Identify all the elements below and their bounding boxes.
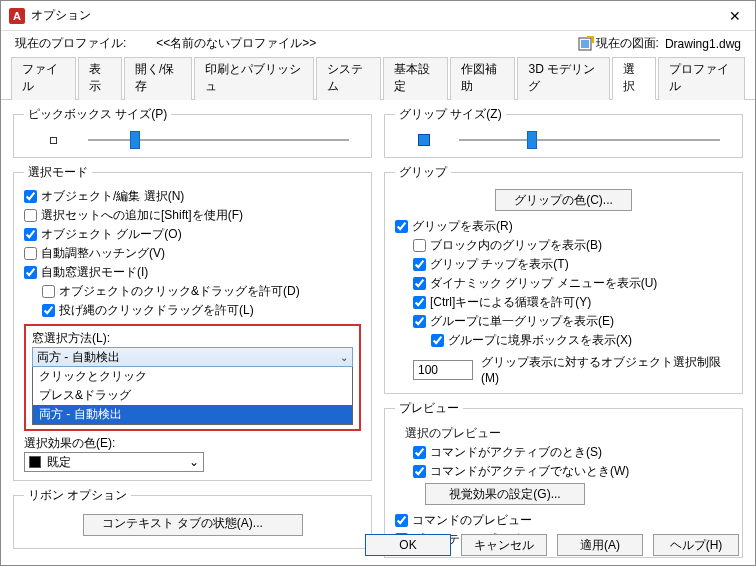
grip-legend: グリップ (395, 164, 451, 181)
window-method-label: 窓選択方法(L): (32, 330, 353, 347)
chk-show-grip[interactable]: グリップを表示(R) (395, 217, 732, 236)
profile-header: 現在のプロファイル: <<名前のないプロファイル>> 現在の図面: Drawin… (1, 31, 755, 54)
dialog-footer: OK キャンセル 適用(A) ヘルプ(H) (1, 525, 755, 565)
tab-display[interactable]: 表示 (78, 57, 122, 100)
chk-cmd-inactive[interactable]: コマンドがアクティブでないとき(W) (395, 462, 732, 481)
titlebar: A オプション ✕ (1, 1, 755, 31)
tab-file[interactable]: ファイル (11, 57, 76, 100)
pickbox-size-legend: ピックボックス サイズ(P) (24, 106, 171, 123)
chk-shift-add[interactable]: 選択セットへの追加に[Shift]を使用(F) (24, 206, 361, 225)
grip-color-button[interactable]: グリップの色(C)... (495, 189, 632, 211)
close-icon[interactable]: ✕ (723, 8, 747, 24)
grip-size-legend: グリップ サイズ(Z) (395, 106, 506, 123)
effect-color-value: 既定 (47, 454, 71, 471)
pickbox-slider[interactable] (88, 139, 349, 141)
grip-limit-label: グリップ表示に対するオブジェクト選択制限(M) (481, 354, 732, 385)
chk-single-group[interactable]: グループに単一グリップを表示(E) (395, 312, 732, 331)
pickbox-size-group: ピックボックス サイズ(P) (13, 106, 372, 158)
selection-preview-label: 選択のプレビュー (395, 423, 732, 443)
effect-color-label: 選択効果の色(E): (24, 435, 361, 452)
effect-color-combo[interactable]: 既定 ⌄ (24, 452, 204, 472)
tab-profiles[interactable]: プロファイル (658, 57, 745, 100)
right-column: グリップ サイズ(Z) グリップ グリップの色(C)... グリップを表示(R)… (384, 106, 743, 534)
effect-color-swatch (29, 456, 41, 468)
grip-slider[interactable] (459, 139, 720, 141)
drawing-icon (578, 36, 596, 52)
current-profile-label: 現在のプロファイル: (15, 35, 126, 52)
tab-3d[interactable]: 3D モデリング (517, 57, 610, 100)
chevron-down-icon: ⌄ (189, 455, 199, 469)
pickbox-preview (32, 137, 74, 144)
cancel-button[interactable]: キャンセル (461, 534, 547, 556)
window-method-combo[interactable]: 両方 - 自動検出 ⌄ (32, 347, 353, 367)
window-method-value: 両方 - 自動検出 (37, 349, 120, 366)
chk-auto-window[interactable]: 自動窓選択モード(I) (24, 263, 361, 282)
window-method-opt-press[interactable]: プレス&ドラッグ (33, 386, 352, 405)
ok-button[interactable]: OK (365, 534, 451, 556)
app-icon: A (9, 8, 25, 24)
tab-plot[interactable]: 印刷とパブリッシュ (194, 57, 313, 100)
tab-system[interactable]: システム (316, 57, 381, 100)
chk-obj-group[interactable]: オブジェクト グループ(O) (24, 225, 361, 244)
svg-rect-1 (581, 40, 589, 48)
apply-button[interactable]: 適用(A) (557, 534, 643, 556)
selection-mode-group: 選択モード オブジェクト/編集 選択(N) 選択セットへの追加に[Shift]を… (13, 164, 372, 481)
selection-mode-legend: 選択モード (24, 164, 92, 181)
chk-dyn-menu[interactable]: ダイナミック グリップ メニューを表示(U) (395, 274, 732, 293)
tab-drafting[interactable]: 作図補助 (450, 57, 515, 100)
left-column: ピックボックス サイズ(P) 選択モード オブジェクト/編集 選択(N) 選択セ… (13, 106, 372, 534)
window-method-opt-both[interactable]: 両方 - 自動検出 (33, 405, 352, 424)
tab-open-save[interactable]: 開く/保存 (124, 57, 192, 100)
chk-grip-in-block[interactable]: ブロック内のグリップを表示(B) (395, 236, 732, 255)
ribbon-options-legend: リボン オプション (24, 487, 131, 504)
chk-obj-edit[interactable]: オブジェクト/編集 選択(N) (24, 187, 361, 206)
chk-click-drag[interactable]: オブジェクトのクリック&ドラッグを許可(D) (24, 282, 361, 301)
tabs: ファイル 表示 開く/保存 印刷とパブリッシュ システム 基本設定 作図補助 3… (1, 56, 755, 100)
window-method-opt-click[interactable]: クリックとクリック (33, 367, 352, 386)
window-method-dropdown: クリックとクリック プレス&ドラッグ 両方 - 自動検出 (32, 367, 353, 425)
chk-grip-tip[interactable]: グリップ チップを表示(T) (395, 255, 732, 274)
chk-auto-hatch[interactable]: 自動調整ハッチング(V) (24, 244, 361, 263)
chk-cmd-active[interactable]: コマンドがアクティブのとき(S) (395, 443, 732, 462)
window-method-highlight: 窓選択方法(L): 両方 - 自動検出 ⌄ クリックとクリック プレス&ドラッグ… (24, 324, 361, 431)
grip-limit-input[interactable] (413, 360, 473, 380)
chevron-down-icon: ⌄ (340, 352, 348, 363)
chk-lasso-drag[interactable]: 投げ縄のクリックドラッグを許可(L) (24, 301, 361, 320)
help-button[interactable]: ヘルプ(H) (653, 534, 739, 556)
grip-size-group: グリップ サイズ(Z) (384, 106, 743, 158)
grip-group: グリップ グリップの色(C)... グリップを表示(R) ブロック内のグリップを… (384, 164, 743, 394)
visual-effect-settings-button[interactable]: 視覚効果の設定(G)... (425, 483, 585, 505)
current-drawing-label: 現在の図面: (596, 35, 659, 52)
tab-prefs[interactable]: 基本設定 (383, 57, 448, 100)
gripbox-preview (403, 134, 445, 146)
window-title: オプション (31, 7, 723, 24)
preview-legend: プレビュー (395, 400, 463, 417)
tab-selection[interactable]: 選択 (612, 57, 656, 100)
chk-ctrl-cycle[interactable]: [Ctrl]キーによる循環を許可(Y) (395, 293, 732, 312)
current-drawing-name: Drawing1.dwg (665, 37, 741, 51)
current-profile-name: <<名前のないプロファイル>> (156, 35, 316, 52)
chk-group-bbox[interactable]: グループに境界ボックスを表示(X) (395, 331, 732, 350)
